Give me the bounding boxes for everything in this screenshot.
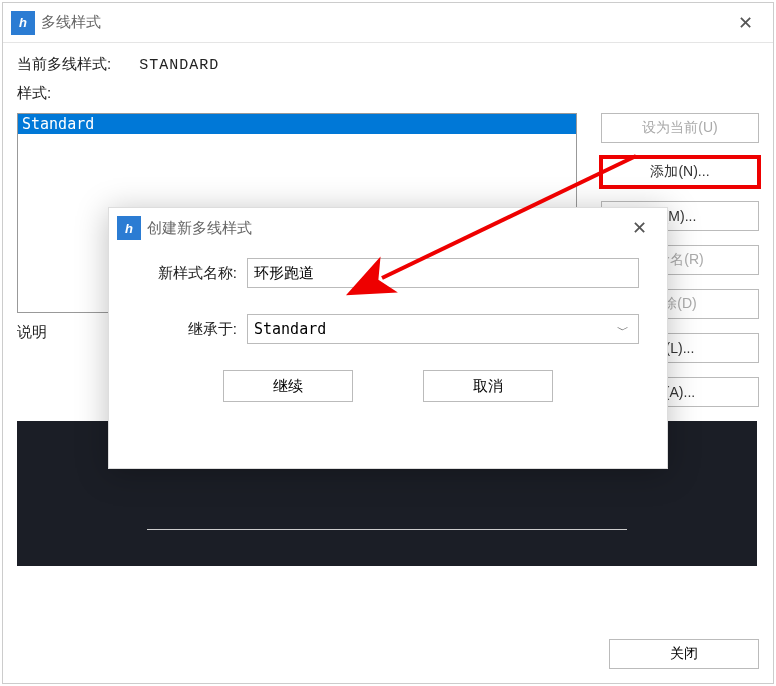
create-style-dialog: h 创建新多线样式 ✕ 新样式名称: 继承于: ﹀ 继续 取消 <box>108 207 668 469</box>
main-titlebar: h 多线样式 ✕ <box>3 3 773 43</box>
main-close-button[interactable]: ✕ <box>725 3 765 43</box>
styles-label: 样式: <box>17 84 759 103</box>
add-button[interactable]: 添加(N)... <box>601 157 759 187</box>
preview-line-bottom <box>147 529 627 530</box>
inner-title: 创建新多线样式 <box>147 219 252 238</box>
inner-titlebar: h 创建新多线样式 ✕ <box>109 208 667 248</box>
inner-body: 新样式名称: 继承于: ﹀ 继续 取消 <box>109 248 667 402</box>
inherit-label: 继承于: <box>137 320 247 339</box>
current-style-value: STANDARD <box>139 57 219 74</box>
name-label: 新样式名称: <box>137 264 247 283</box>
current-style-label: 当前多线样式: <box>17 55 111 74</box>
set-current-button[interactable]: 设为当前(U) <box>601 113 759 143</box>
current-style-row: 当前多线样式: STANDARD <box>17 55 759 74</box>
inherit-select-wrap: ﹀ <box>247 314 639 344</box>
close-button[interactable]: 关闭 <box>609 639 759 669</box>
list-item[interactable]: Standard <box>18 114 576 134</box>
main-title: 多线样式 <box>41 13 101 32</box>
inner-button-row: 继续 取消 <box>137 370 639 402</box>
cancel-button[interactable]: 取消 <box>423 370 553 402</box>
continue-button[interactable]: 继续 <box>223 370 353 402</box>
inherit-select[interactable] <box>247 314 639 344</box>
main-footer: 关闭 <box>609 639 759 669</box>
inherit-row: 继承于: ﹀ <box>137 314 639 344</box>
app-icon: h <box>117 216 141 240</box>
style-name-input[interactable] <box>247 258 639 288</box>
name-row: 新样式名称: <box>137 258 639 288</box>
app-icon: h <box>11 11 35 35</box>
inner-close-button[interactable]: ✕ <box>619 208 659 248</box>
